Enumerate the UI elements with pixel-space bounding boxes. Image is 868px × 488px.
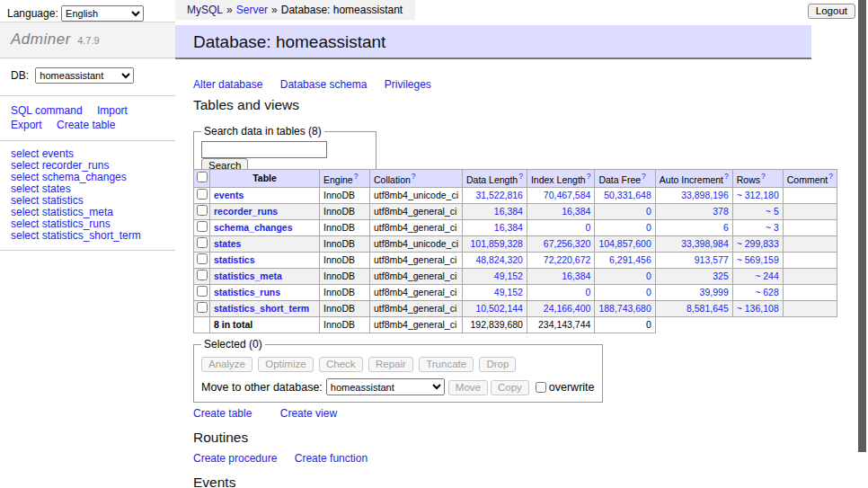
rows-link[interactable]: ~ 3 [766, 222, 779, 233]
check-button[interactable]: Check [319, 357, 363, 372]
rows-link[interactable]: ~ 312,180 [737, 190, 779, 200]
rows-link[interactable]: ~ 244 [755, 271, 779, 281]
auto-increment-link[interactable]: 378 [713, 206, 729, 217]
row-checkbox[interactable] [197, 221, 208, 232]
rows-link[interactable]: ~ 299,833 [737, 238, 779, 249]
rows-link[interactable]: ~ 628 [755, 287, 779, 297]
data-free-link[interactable]: 0 [646, 206, 651, 217]
data-free-link[interactable]: 188,743,680 [598, 303, 651, 314]
rows-link[interactable]: ~ 136,108 [737, 303, 779, 314]
auto-increment-link[interactable]: 39,999 [700, 287, 729, 297]
logout-button[interactable]: Logout [808, 4, 855, 19]
create-view-link[interactable]: Create view [280, 407, 337, 420]
help-link[interactable]: ? [724, 172, 729, 181]
sidebar-import-link[interactable]: Import [97, 104, 128, 117]
index-length-link[interactable]: 16,384 [562, 271, 590, 281]
database-schema-link[interactable]: Database schema [280, 78, 368, 91]
table-name-link[interactable]: statistics_short_term [214, 303, 309, 314]
row-checkbox[interactable] [197, 286, 208, 297]
alter-database-link[interactable]: Alter database [193, 78, 262, 91]
table-name-link[interactable]: statistics_meta [214, 271, 282, 281]
index-length-link[interactable]: 24,166,400 [544, 303, 591, 314]
help-link[interactable]: ? [761, 172, 766, 181]
rows-link[interactable]: ~ 5 [766, 206, 779, 217]
create-table-link[interactable]: Create table [193, 407, 252, 420]
data-length-link[interactable]: 31,522,816 [475, 190, 523, 200]
index-length-link[interactable]: 0 [586, 222, 591, 233]
data-length-link[interactable]: 16,384 [494, 222, 523, 233]
repair-button[interactable]: Repair [368, 357, 413, 372]
data-length-link[interactable]: 10,502,144 [475, 303, 523, 314]
auto-increment-link[interactable]: 33,398,984 [681, 238, 729, 249]
analyze-button[interactable]: Analyze [201, 357, 252, 372]
table-name-link[interactable]: recorder_runs [214, 206, 278, 217]
drop-button[interactable]: Drop [479, 357, 516, 372]
table-name-link[interactable]: statistics_runs [214, 287, 280, 297]
data-length-link[interactable]: 49,152 [494, 271, 523, 281]
language-select[interactable]: English [61, 5, 144, 22]
auto-increment-link[interactable]: 8,581,645 [686, 303, 729, 314]
search-input[interactable] [201, 141, 327, 158]
data-free-link[interactable]: 0 [646, 271, 651, 281]
index-length-link[interactable]: 67,256,320 [544, 238, 591, 249]
data-free-link[interactable]: 0 [646, 222, 651, 233]
index-length-link[interactable]: 16,384 [562, 206, 590, 217]
table-name-link[interactable]: events [214, 190, 244, 200]
row-checkbox[interactable] [197, 253, 208, 264]
row-checkbox[interactable] [197, 189, 208, 200]
auto-increment-link[interactable]: 33,898,196 [681, 190, 729, 200]
auto-increment-cell: 6 [655, 219, 732, 235]
help-link[interactable]: ? [642, 172, 646, 181]
create-procedure-link[interactable]: Create procedure [193, 452, 277, 465]
auto-increment-link[interactable]: 325 [713, 271, 729, 281]
sidebar-item-select-statistics-short-term[interactable]: select statistics_short_term [11, 230, 164, 242]
row-checkbox[interactable] [197, 302, 208, 313]
truncate-button[interactable]: Truncate [419, 357, 474, 372]
data-free-link[interactable]: 104,857,600 [598, 238, 651, 249]
copy-button[interactable]: Copy [491, 380, 529, 395]
col-header-label: Index Length [531, 174, 586, 185]
rows-link[interactable]: ~ 569,159 [737, 254, 779, 265]
help-link[interactable]: ? [518, 172, 523, 181]
data-free-link[interactable]: 6,291,456 [609, 254, 651, 265]
row-checkbox[interactable] [197, 237, 208, 248]
auto-increment-link[interactable]: 913,577 [695, 254, 729, 265]
row-select-cell [194, 284, 210, 300]
data-length-link[interactable]: 48,824,320 [475, 254, 523, 265]
data-length-link[interactable]: 101,859,328 [471, 238, 523, 249]
auto-increment-link[interactable]: 6 [723, 222, 729, 233]
table-name-link[interactable]: schema_changes [214, 222, 293, 233]
data-free-link[interactable]: 0 [646, 287, 651, 297]
move-button[interactable]: Move [448, 380, 488, 395]
db-select[interactable]: homeassistant [35, 67, 134, 84]
privileges-link[interactable]: Privileges [385, 78, 431, 91]
select-all-checkbox[interactable] [197, 172, 208, 182]
row-checkbox[interactable] [197, 270, 208, 280]
help-link[interactable]: ? [354, 172, 359, 181]
rows-cell: ~ 3 [732, 219, 783, 235]
optimize-button[interactable]: Optimize [258, 357, 313, 372]
table-name-link[interactable]: statistics [214, 254, 255, 265]
data-free-link[interactable]: 50,331,648 [604, 190, 651, 200]
create-function-link[interactable]: Create function [295, 452, 368, 465]
help-link[interactable]: ? [828, 172, 833, 181]
sidebar-export-link[interactable]: Export [11, 119, 42, 131]
overwrite-checkbox[interactable] [536, 382, 546, 393]
index-length-link[interactable]: 70,467,584 [544, 190, 591, 200]
index-length-link[interactable]: 72,220,672 [544, 254, 591, 265]
sidebar-sql-command-link[interactable]: SQL command [11, 104, 83, 117]
index-length-link[interactable]: 0 [586, 287, 591, 297]
breadcrumb-server-link[interactable]: Server [236, 4, 268, 16]
move-database-select[interactable]: homeassistant [326, 378, 445, 395]
create-links-row: Create table Create view [193, 407, 362, 420]
sidebar-create-table-link[interactable]: Create table [57, 119, 115, 131]
data-length-link[interactable]: 16,384 [494, 206, 523, 217]
help-link[interactable]: ? [412, 172, 416, 181]
scrollbar-thumb[interactable] [858, 0, 866, 452]
breadcrumb-separator: » [271, 4, 278, 16]
breadcrumb-mysql-link[interactable]: MySQL [187, 4, 223, 16]
help-link[interactable]: ? [587, 172, 591, 181]
table-name-link[interactable]: states [214, 238, 241, 249]
data-length-link[interactable]: 49,152 [494, 287, 523, 297]
row-checkbox[interactable] [197, 205, 208, 216]
